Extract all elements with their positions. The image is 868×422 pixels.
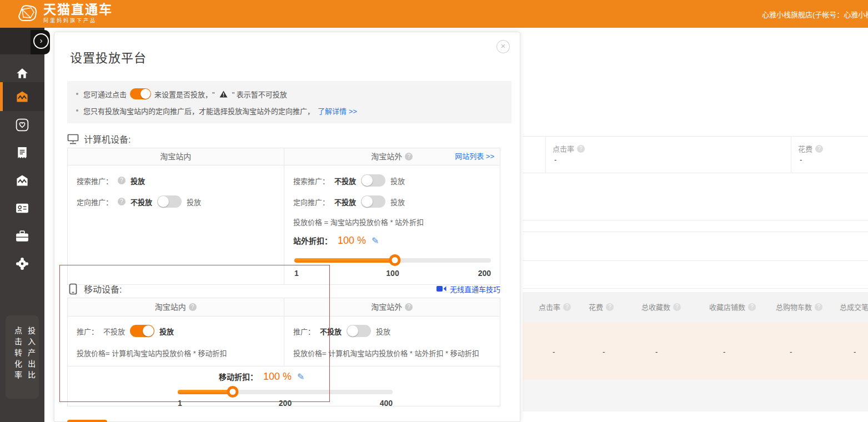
state-on-label: 投放 bbox=[390, 175, 405, 186]
target-promo-toggle[interactable] bbox=[361, 195, 385, 208]
warning-icon bbox=[219, 91, 228, 98]
column-header: 总购物车数 bbox=[776, 302, 822, 312]
phone-icon bbox=[69, 283, 77, 295]
state-on-label: 投放 bbox=[390, 197, 405, 207]
site-list-link[interactable]: 网站列表 >> bbox=[455, 148, 494, 165]
sidebar-item-favorites[interactable] bbox=[0, 113, 44, 137]
price-formula: 投放价格= 计算机淘宝站内投放价格 * 站外折扣 * 移动折扣 bbox=[284, 344, 500, 361]
scale-mid: 100 bbox=[386, 269, 399, 278]
metric-value-ctr: - bbox=[554, 155, 556, 164]
app-subtitle: 阿里妈妈旗下产品 bbox=[43, 18, 113, 23]
app-logo[interactable]: 天猫直通车 阿里妈妈旗下产品 bbox=[16, 3, 113, 24]
account-name[interactable]: 心雅小栈旗舰店(子帐号：心雅小栈 bbox=[762, 9, 868, 19]
briefcase-icon bbox=[16, 230, 29, 242]
sidebar-item-tools[interactable] bbox=[0, 224, 44, 248]
mobile-taobao-out-cell: 推广： 不投放 投放 投放价格= 计算机淘宝站内投放价格 * 站外折扣 * 移动… bbox=[284, 316, 500, 366]
train-logo-icon bbox=[16, 3, 39, 24]
mobile-discount-slider[interactable] bbox=[178, 386, 393, 398]
modal-title: 设置投放平台 bbox=[70, 48, 147, 66]
state-off-label: 不投放 bbox=[131, 197, 152, 207]
scale-max: 200 bbox=[478, 269, 491, 278]
target-promo-row: 定向推广： 不投放 投放 bbox=[68, 191, 284, 212]
sidebar-item-report[interactable] bbox=[0, 140, 44, 165]
sidebar-item-service[interactable] bbox=[0, 252, 44, 276]
notice-box: 您可通过点击 来设置是否投放，" " 表示暂不可投放 您只有投放淘宝站内的定向推… bbox=[67, 81, 511, 123]
mobile-col-taobao-in: 淘宝站内 bbox=[68, 298, 284, 316]
mobile-col-taobao-out: 淘宝站外 bbox=[284, 298, 500, 316]
target-promo-label: 定向推广： bbox=[77, 197, 113, 207]
scale-min: 1 bbox=[294, 269, 299, 278]
help-icon[interactable] bbox=[577, 145, 585, 153]
help-icon[interactable] bbox=[118, 177, 126, 184]
help-icon[interactable] bbox=[606, 303, 614, 311]
promo-row: 推广： 不投放 投放 bbox=[284, 320, 500, 342]
notice-text: 来设置是否投放，" bbox=[154, 89, 215, 99]
computer-table: 淘宝站内 淘宝站外 网站列表 >> 搜索推广： 投放 定向推广： 不投放 bbox=[67, 148, 500, 285]
sidebar-item-campaign[interactable] bbox=[0, 82, 44, 111]
cell-value: - bbox=[553, 348, 555, 356]
close-icon[interactable] bbox=[496, 40, 510, 53]
column-header: 总成交笔 bbox=[840, 302, 868, 312]
help-icon[interactable] bbox=[815, 303, 822, 311]
column-header: 点击率 bbox=[539, 302, 571, 312]
discount-label: 移动折扣： bbox=[219, 371, 258, 382]
promo-label: 推广： bbox=[77, 326, 98, 336]
scale-min: 1 bbox=[178, 399, 182, 408]
slider-handle[interactable] bbox=[389, 254, 400, 266]
mobile-discount-row: 移动折扣： 100 % 1 200 400 bbox=[68, 366, 500, 406]
help-icon[interactable] bbox=[815, 145, 823, 153]
state-off-label: 不投放 bbox=[334, 175, 356, 186]
cell-value: - bbox=[655, 348, 658, 356]
outside-discount-slider[interactable] bbox=[294, 254, 491, 266]
computer-taobao-out-cell: 搜索推广： 不投放 投放 定向推广： 不投放 投放 投放价格 = 淘宝站内投放价… bbox=[284, 165, 500, 284]
sidebar-metrics-panel: 点击转化率 投入产出比 bbox=[6, 315, 39, 399]
target-promo-toggle[interactable] bbox=[157, 195, 182, 208]
edit-icon[interactable] bbox=[297, 371, 304, 382]
state-on-label: 投放 bbox=[187, 197, 201, 207]
discount-value: 100 % bbox=[263, 371, 292, 383]
picture-icon bbox=[16, 174, 29, 187]
column-header: 总收藏数 bbox=[641, 302, 681, 312]
sidebar-item-account-card[interactable] bbox=[0, 196, 44, 220]
state-off-label: 不投放 bbox=[334, 197, 356, 207]
sidebar-item-creative[interactable] bbox=[0, 168, 44, 193]
computer-taobao-in-cell: 搜索推广： 投放 定向推广： 不投放 投放 bbox=[68, 165, 284, 284]
help-icon[interactable] bbox=[405, 153, 413, 160]
metric-label-ctr: 点击率 bbox=[553, 143, 585, 154]
column-header: 花费 bbox=[589, 302, 614, 312]
campaign-icon bbox=[16, 91, 29, 103]
help-icon[interactable] bbox=[563, 303, 571, 311]
heart-icon bbox=[16, 118, 29, 132]
price-formula: 投放价格 = 淘宝站内投放价格 * 站外折扣 bbox=[284, 212, 500, 231]
wireless-tips-link[interactable]: 无线直通车技巧 bbox=[450, 284, 500, 294]
example-toggle bbox=[130, 88, 151, 99]
notice-text: " 表示暂不可投放 bbox=[232, 89, 287, 99]
state-off-label: 不投放 bbox=[320, 326, 342, 336]
sidebar-label-roi[interactable]: 投入产出比 bbox=[26, 326, 37, 382]
learn-more-link[interactable]: 了解详情 >> bbox=[318, 105, 357, 116]
slider-scale: 1 100 200 bbox=[294, 269, 491, 279]
mobile-section-title: 移动设备: 无线直通车技巧 bbox=[67, 282, 500, 295]
sidebar-label-click-conversion[interactable]: 点击转化率 bbox=[12, 326, 23, 382]
service-icon bbox=[16, 257, 29, 270]
help-icon[interactable] bbox=[405, 303, 413, 311]
edit-icon[interactable] bbox=[372, 235, 379, 246]
mobile-taobao-in-cell: 推广： 不投放 投放 投放价格= 计算机淘宝站内投放价格 * 移动折扣 bbox=[68, 316, 284, 366]
help-icon[interactable] bbox=[748, 303, 756, 311]
help-icon[interactable] bbox=[118, 198, 126, 205]
search-promo-toggle[interactable] bbox=[361, 174, 385, 187]
discount-label: 站外折扣： bbox=[293, 235, 332, 246]
help-icon[interactable] bbox=[189, 303, 197, 311]
sidebar-expand-button[interactable] bbox=[33, 33, 49, 49]
mobile-out-promo-toggle[interactable] bbox=[347, 325, 371, 337]
computer-section-title: 计算机设备: bbox=[67, 132, 131, 145]
save-button[interactable] bbox=[67, 420, 107, 422]
discount-value: 100 % bbox=[338, 235, 366, 247]
mobile-in-promo-toggle[interactable] bbox=[130, 325, 154, 337]
slider-handle[interactable] bbox=[227, 386, 239, 398]
help-icon[interactable] bbox=[673, 303, 681, 311]
metric-label-cost: 花费 bbox=[798, 143, 823, 154]
cell-value: - bbox=[790, 348, 792, 356]
notice-line-2: 您只有投放淘宝站内的定向推广后，才能选择投放淘宝站外的定向推广， 了解详情 >> bbox=[76, 104, 503, 117]
notice-text: 您可通过点击 bbox=[83, 89, 127, 99]
